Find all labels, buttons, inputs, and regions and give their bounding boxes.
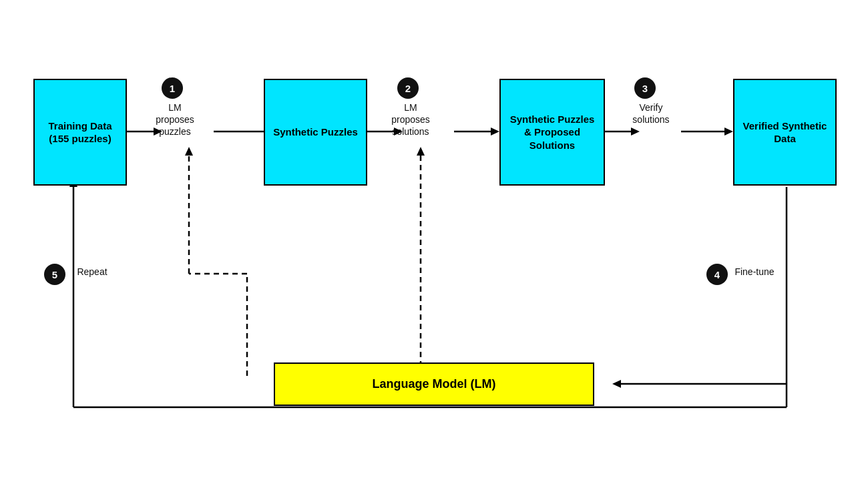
- synthetic-puzzles-box: Synthetic Puzzles: [264, 79, 367, 186]
- synthetic-proposed-label: Synthetic Puzzles & Proposed Solutions: [506, 113, 598, 152]
- diagram: Training Data (155 puzzles) 1 LMproposes…: [0, 0, 868, 488]
- step1-label: LMproposespuzzles: [148, 101, 202, 138]
- svg-marker-9: [631, 128, 640, 136]
- training-data-box: Training Data (155 puzzles): [33, 79, 127, 186]
- step5-badge: 5: [44, 264, 65, 285]
- synthetic-proposed-box: Synthetic Puzzles & Proposed Solutions: [499, 79, 605, 186]
- svg-marker-17: [417, 147, 425, 156]
- verified-box: Verified Synthetic Data: [733, 79, 837, 186]
- training-data-label: Training Data (155 puzzles): [40, 119, 120, 146]
- step4-badge: 4: [706, 264, 728, 285]
- verified-label: Verified Synthetic Data: [740, 119, 830, 146]
- step3-badge: 3: [634, 77, 656, 99]
- step2-label: LMproposessolutions: [384, 101, 437, 138]
- step2-badge: 2: [397, 77, 419, 99]
- svg-marker-24: [612, 380, 621, 388]
- step3-label: Verifysolutions: [628, 101, 674, 126]
- step4-label: Fine-tune: [731, 266, 778, 278]
- svg-marker-11: [724, 128, 733, 136]
- synthetic-puzzles-label: Synthetic Puzzles: [273, 126, 358, 139]
- step1-badge: 1: [162, 77, 183, 99]
- lm-label: Language Model (LM): [373, 377, 496, 392]
- svg-marker-7: [491, 128, 499, 136]
- arrows-svg: [0, 0, 868, 488]
- step5-label: Repeat: [69, 266, 116, 278]
- lm-box: Language Model (LM): [274, 362, 594, 406]
- svg-marker-15: [185, 147, 193, 156]
